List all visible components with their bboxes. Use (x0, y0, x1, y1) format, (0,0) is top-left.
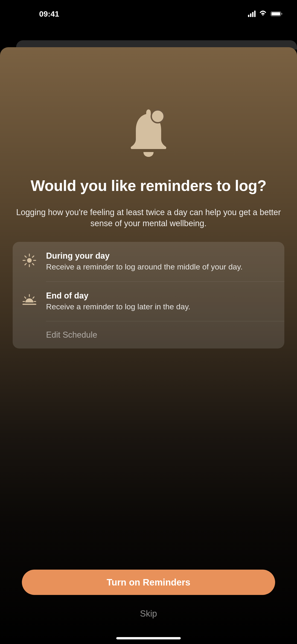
bell-notification-icon (13, 107, 284, 158)
option-description: Receive a reminder to log around the mid… (46, 262, 275, 272)
edit-schedule-link[interactable]: Edit Schedule (13, 321, 284, 348)
svg-rect-1 (272, 12, 280, 16)
wifi-icon (259, 10, 267, 18)
cellular-signal-icon (248, 10, 256, 17)
reminder-option-during-day: During your day Receive a reminder to lo… (13, 242, 284, 282)
page-subtitle: Logging how you're feeling at least twic… (13, 207, 284, 229)
svg-line-15 (25, 297, 26, 298)
reminder-option-end-of-day: End of day Receive a reminder to log lat… (13, 282, 284, 321)
svg-line-16 (33, 297, 34, 298)
option-description: Receive a reminder to log later in the d… (46, 302, 275, 312)
status-time: 09:41 (39, 10, 59, 18)
svg-rect-2 (281, 13, 282, 15)
option-title: End of day (46, 291, 275, 300)
status-icons (248, 10, 283, 18)
svg-line-10 (25, 256, 26, 257)
svg-line-13 (32, 256, 34, 257)
modal-sheet: Would you like reminders to log? Logging… (0, 47, 297, 644)
option-title: During your day (46, 251, 275, 261)
sun-icon (22, 251, 37, 268)
bottom-actions: Turn on Reminders Skip (22, 570, 275, 621)
svg-line-12 (25, 264, 26, 265)
svg-line-11 (32, 264, 34, 265)
reminder-options-card: During your day Receive a reminder to lo… (13, 242, 284, 349)
svg-point-5 (27, 258, 32, 262)
turn-on-reminders-button[interactable]: Turn on Reminders (22, 570, 275, 595)
status-bar: 09:41 (0, 0, 297, 28)
sunset-icon (22, 291, 37, 308)
battery-icon (270, 10, 283, 17)
page-title: Would you like reminders to log? (13, 176, 284, 195)
home-indicator[interactable] (116, 637, 181, 640)
skip-button[interactable]: Skip (22, 606, 275, 621)
